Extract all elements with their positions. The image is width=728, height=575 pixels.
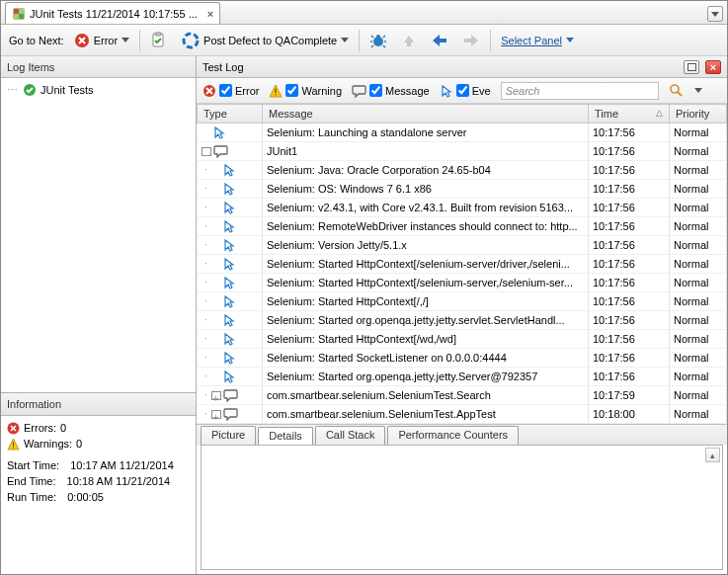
table-row[interactable]: ·Selenium: Started HttpContext[/,/]10:17…: [198, 292, 727, 311]
filter-event[interactable]: Eve: [440, 84, 491, 98]
scroll-up-button[interactable]: ▴: [705, 448, 720, 462]
message-cell: Selenium: Launching a standalone server: [263, 123, 589, 142]
maximize-button[interactable]: [684, 60, 699, 74]
expand-button[interactable]: +: [211, 410, 221, 419]
nav-back-button[interactable]: [427, 31, 452, 50]
details-area[interactable]: ▴: [201, 445, 723, 570]
col-priority-header[interactable]: Priority: [670, 105, 727, 123]
clipboard-button[interactable]: [146, 30, 172, 51]
close-button[interactable]: ×: [705, 60, 721, 74]
type-cell: ·: [198, 274, 263, 292]
collapse-button[interactable]: -: [202, 147, 211, 156]
logitems-tree[interactable]: ⋯ JUnit Tests: [1, 78, 196, 392]
type-cell: ·: [198, 217, 263, 236]
log-table: Type Message Time△ Priority Selenium: La…: [197, 104, 727, 424]
svg-point-17: [671, 85, 679, 93]
svg-rect-11: [13, 442, 14, 446]
svg-point-8: [376, 35, 380, 39]
filter-warning-checkbox[interactable]: [285, 84, 298, 97]
start-time-value: 10:17 AM 11/21/2014: [70, 457, 174, 473]
table-row[interactable]: ·Selenium: Started HttpContext[/selenium…: [198, 255, 727, 274]
tab-close-button[interactable]: ×: [207, 8, 213, 20]
tree-connector: ⋯: [5, 84, 19, 97]
table-row[interactable]: ·Selenium: Started HttpContext[/selenium…: [198, 274, 727, 292]
logitems-title: Log Items: [7, 61, 54, 73]
svg-rect-15: [276, 88, 277, 93]
table-row[interactable]: ·Selenium: Started HttpContext[/wd,/wd]1…: [198, 330, 727, 349]
priority-cell: Normal: [670, 123, 727, 142]
table-row[interactable]: ·Selenium: OS: Windows 7 6.1 x8610:17:56…: [198, 180, 727, 199]
goto-error-button[interactable]: Error: [70, 31, 133, 50]
table-row[interactable]: ·Selenium: Started org.openqa.jetty.jett…: [198, 368, 727, 386]
tab-details[interactable]: Details: [258, 427, 313, 446]
bubble-icon: [223, 407, 238, 421]
nav-forward-button[interactable]: [458, 31, 484, 50]
table-row[interactable]: ·+com.smartbear.selenium.SeleniumTest.Se…: [198, 386, 727, 405]
junit-icon: [12, 7, 26, 21]
filter-error-checkbox[interactable]: [219, 84, 232, 97]
tabstrip-menu-button[interactable]: [707, 6, 723, 22]
errors-label: Errors:: [24, 420, 56, 436]
nav-up-button[interactable]: [397, 31, 421, 50]
type-cell: ·: [198, 311, 263, 330]
col-time-header[interactable]: Time△: [589, 105, 670, 123]
search-options-button[interactable]: [694, 88, 702, 93]
time-cell: 10:17:56: [589, 123, 670, 142]
filter-event-checkbox[interactable]: [456, 84, 469, 97]
time-cell: 10:17:56: [589, 161, 670, 180]
filter-warning[interactable]: Warning: [269, 84, 342, 98]
time-cell: 10:17:59: [589, 386, 670, 405]
type-cell: ·: [198, 368, 263, 386]
priority-cell: Normal: [670, 217, 727, 236]
table-row[interactable]: Selenium: Launching a standalone server1…: [198, 123, 727, 142]
arrow-right-icon: [462, 33, 480, 48]
table-row[interactable]: ·Selenium: Java: Oracle Corporation 24.6…: [198, 161, 727, 180]
svg-rect-1: [14, 9, 19, 14]
search-icon[interactable]: [669, 83, 685, 99]
post-defect-button[interactable]: Post Defect to QAComplete: [178, 30, 353, 51]
tab-callstack[interactable]: Call Stack: [315, 426, 386, 445]
error-icon: [74, 33, 90, 48]
filter-message-checkbox[interactable]: [369, 84, 382, 97]
log-table-wrap[interactable]: Type Message Time△ Priority Selenium: La…: [197, 104, 727, 424]
filter-bar: Error Warning Message Eve Search: [197, 78, 727, 104]
col-type-header[interactable]: Type: [198, 105, 263, 123]
table-row[interactable]: ·Selenium: Started org.openqa.jetty.jett…: [198, 311, 727, 330]
type-cell: ·: [198, 330, 263, 349]
col-message-header[interactable]: Message: [263, 105, 589, 123]
tree-root-label: JUnit Tests: [40, 84, 94, 96]
table-row[interactable]: ·Selenium: Started SocketListener on 0.0…: [198, 349, 727, 368]
time-cell: 10:17:56: [589, 236, 670, 255]
svg-rect-2: [19, 14, 24, 19]
priority-cell: Normal: [670, 292, 727, 311]
arrow-up-icon: [401, 33, 417, 48]
search-input[interactable]: Search: [501, 82, 659, 100]
toolbar: Go to Next: Error Post Defect to QACompl…: [1, 25, 727, 56]
cursor-icon: [222, 276, 236, 289]
message-cell: Selenium: Started org.openqa.jetty.jetty…: [263, 311, 589, 330]
tab-picture[interactable]: Picture: [201, 426, 256, 445]
type-cell: ·: [198, 255, 263, 274]
start-time-label: Start Time:: [7, 457, 59, 473]
window-tab-active[interactable]: JUnit Tests 11/21/2014 10:17:55 ... ×: [5, 2, 220, 24]
message-cell: Selenium: v2.43.1, with Core v2.43.1. Bu…: [263, 199, 589, 217]
cursor-icon: [222, 313, 236, 327]
priority-cell: Normal: [670, 349, 727, 368]
tab-performance[interactable]: Performance Counters: [387, 426, 519, 445]
table-row[interactable]: ·Selenium: RemoteWebDriver instances sho…: [198, 217, 727, 236]
expand-button[interactable]: +: [211, 391, 221, 400]
table-row[interactable]: ·Selenium: v2.43.1, with Core v2.43.1. B…: [198, 199, 727, 217]
tree-root-item[interactable]: ⋯ JUnit Tests: [3, 82, 194, 98]
filter-error[interactable]: Error: [202, 84, 259, 98]
time-cell: 10:17:56: [589, 330, 670, 349]
testlog-title: Test Log: [202, 61, 244, 73]
filter-message[interactable]: Message: [352, 84, 430, 98]
message-cell: Selenium: Started SocketListener on 0.0.…: [263, 349, 589, 368]
select-panel-menu[interactable]: Select Panel: [497, 33, 578, 48]
table-row[interactable]: ·Selenium: Version Jetty/5.1.x10:17:56No…: [198, 236, 727, 255]
bug-button[interactable]: [365, 30, 391, 51]
table-row[interactable]: ·+com.smartbear.selenium.SeleniumTest.Ap…: [198, 405, 727, 424]
table-row[interactable]: -JUnit110:17:56Normal: [198, 142, 727, 161]
time-cell: 10:17:56: [589, 255, 670, 274]
type-cell: ·: [198, 349, 263, 368]
